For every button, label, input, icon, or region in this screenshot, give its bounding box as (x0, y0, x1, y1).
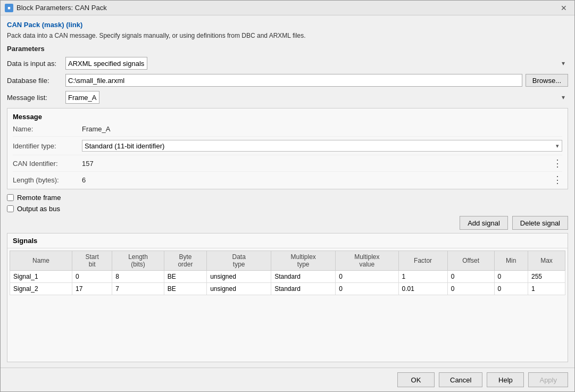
table-cell: 0 (447, 283, 494, 295)
message-list-select[interactable]: Frame_A (65, 91, 99, 104)
title-bar: ■ Block Parameters: CAN Pack ✕ (1, 1, 574, 15)
signal-buttons-row: Add signal Delete signal (7, 216, 568, 230)
database-file-row: Database file: Browse... (7, 74, 568, 87)
can-identifier-label: CAN Identifier: (13, 160, 82, 168)
col-multiplex-value: Multiplexvalue (336, 251, 398, 271)
table-cell: BE (164, 271, 206, 283)
delete-signal-button[interactable]: Delete signal (512, 216, 568, 230)
content-area: CAN Pack (mask) (link) Pack data into a … (1, 15, 574, 368)
message-name-label: Name: (13, 125, 82, 133)
can-identifier-value-group: 157 ⋮ (82, 159, 562, 168)
parameters-section-label: Parameters (7, 45, 568, 53)
message-name-value: Frame_A (82, 125, 562, 133)
table-cell: BE (164, 283, 206, 295)
data-input-select-wrapper: ARXML specified signals (65, 57, 568, 70)
database-file-input[interactable] (65, 74, 522, 87)
message-group: Message Name: Frame_A Identifier type: S… (7, 108, 568, 189)
table-cell: 0 (336, 283, 398, 295)
table-cell: 17 (72, 283, 112, 295)
col-start-bit: Startbit (72, 251, 112, 271)
table-cell: Signal_2 (10, 283, 72, 295)
can-identifier-row: CAN Identifier: 157 ⋮ (13, 159, 562, 172)
app-title-text[interactable]: CAN Pack (mask) (link) (7, 21, 82, 29)
data-input-label: Data is input as: (7, 60, 65, 68)
col-name: Name (10, 251, 72, 271)
data-input-select[interactable]: ARXML specified signals (65, 57, 147, 70)
table-cell: 0.01 (398, 283, 447, 295)
length-label: Length (bytes): (13, 176, 82, 184)
table-cell: 0 (447, 271, 494, 283)
signals-title: Signals (7, 233, 568, 248)
window-title: Block Parameters: CAN Pack (16, 4, 107, 12)
table-cell: 255 (528, 271, 565, 283)
table-cell: Signal_1 (10, 271, 72, 283)
remote-frame-checkbox[interactable] (7, 194, 14, 201)
table-cell: Standard (271, 283, 336, 295)
identifier-type-label: Identifier type: (13, 142, 82, 150)
table-row[interactable]: Signal_2177BEunsignedStandard00.01001 (10, 283, 565, 295)
remote-frame-row: Remote frame (7, 194, 568, 202)
col-offset: Offset (447, 251, 494, 271)
table-cell: 8 (112, 271, 164, 283)
message-group-title: Message (13, 113, 562, 121)
col-length-bits: Length(bits) (112, 251, 164, 271)
col-byte-order: Byteorder (164, 251, 206, 271)
message-name-row: Name: Frame_A (13, 125, 562, 137)
message-list-label: Message list: (7, 94, 65, 102)
output-as-bus-label[interactable]: Output as bus (17, 205, 60, 213)
length-row: Length (bytes): 6 ⋮ (13, 175, 562, 185)
length-dots-button[interactable]: ⋮ (553, 175, 562, 185)
signals-table: Name Startbit Length(bits) Byteorder Dat… (10, 251, 565, 295)
help-button[interactable]: Help (487, 372, 524, 387)
identifier-type-select[interactable]: Standard (11-bit identifier) (82, 140, 562, 152)
col-min: Min (494, 251, 528, 271)
table-cell: 0 (494, 271, 528, 283)
close-button[interactable]: ✕ (557, 3, 570, 13)
output-as-bus-checkbox[interactable] (7, 205, 14, 212)
identifier-type-row: Identifier type: Standard (11-bit identi… (13, 140, 562, 155)
can-identifier-value: 157 (82, 160, 548, 168)
remote-frame-label[interactable]: Remote frame (17, 194, 61, 202)
browse-button[interactable]: Browse... (526, 74, 568, 87)
output-as-bus-row: Output as bus (7, 205, 568, 213)
col-multiplex-type: Multiplextype (271, 251, 336, 271)
add-signal-button[interactable]: Add signal (460, 216, 508, 230)
app-title: CAN Pack (mask) (link) (7, 21, 568, 29)
table-cell: 7 (112, 283, 164, 295)
can-identifier-dots-button[interactable]: ⋮ (553, 159, 562, 168)
title-bar-left: ■ Block Parameters: CAN Pack (5, 4, 107, 12)
table-row[interactable]: Signal_108BEunsignedStandard0100255 (10, 271, 565, 283)
table-cell: Standard (271, 271, 336, 283)
footer: OK Cancel Help Apply (1, 368, 574, 391)
col-max: Max (528, 251, 565, 271)
apply-button[interactable]: Apply (528, 372, 568, 387)
window-icon: ■ (5, 4, 13, 12)
length-value: 6 (82, 176, 548, 184)
table-cell: 0 (72, 271, 112, 283)
signals-table-header: Name Startbit Length(bits) Byteorder Dat… (10, 251, 565, 271)
col-data-type: Datatype (207, 251, 271, 271)
length-value-group: 6 ⋮ (82, 175, 562, 185)
table-cell: 0 (494, 283, 528, 295)
signals-table-body: Signal_108BEunsignedStandard0100255Signa… (10, 271, 565, 295)
ok-button[interactable]: OK (397, 372, 435, 387)
col-factor: Factor (398, 251, 447, 271)
message-list-row: Message list: Frame_A (7, 91, 568, 104)
identifier-type-select-wrapper: Standard (11-bit identifier) (82, 140, 562, 152)
message-list-select-wrapper: Frame_A (65, 91, 568, 104)
description: Pack data into a CAN message. Specify si… (7, 32, 568, 39)
main-window: ■ Block Parameters: CAN Pack ✕ CAN Pack … (0, 0, 575, 392)
data-input-row: Data is input as: ARXML specified signal… (7, 57, 568, 70)
table-cell: 1 (398, 271, 447, 283)
signals-section: Signals Name Startbit Length(bits) Byteo… (7, 233, 568, 362)
table-cell: unsigned (207, 283, 271, 295)
table-cell: 0 (336, 271, 398, 283)
table-cell: 1 (528, 283, 565, 295)
signals-table-container[interactable]: Name Startbit Length(bits) Byteorder Dat… (7, 248, 568, 362)
cancel-button[interactable]: Cancel (439, 372, 482, 387)
database-file-label: Database file: (7, 77, 65, 85)
table-cell: unsigned (207, 271, 271, 283)
header-row: Name Startbit Length(bits) Byteorder Dat… (10, 251, 565, 271)
